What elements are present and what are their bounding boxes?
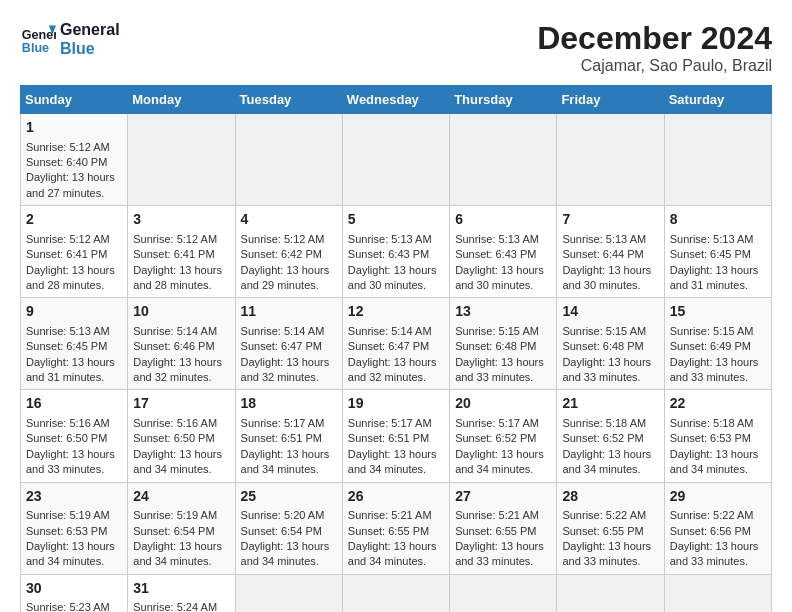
header-day: Friday [557, 86, 664, 114]
sunset-label: Sunset: 6:49 PM [670, 340, 751, 352]
calendar-cell: 13Sunrise: 5:15 AMSunset: 6:48 PMDayligh… [450, 298, 557, 390]
calendar-cell: 9Sunrise: 5:13 AMSunset: 6:45 PMDaylight… [21, 298, 128, 390]
day-number: 23 [26, 487, 122, 507]
calendar-cell: 22Sunrise: 5:18 AMSunset: 6:53 PMDayligh… [664, 390, 771, 482]
sunset-label: Sunset: 6:41 PM [133, 248, 214, 260]
daylight-minutes: and 33 minutes. [562, 371, 640, 383]
sunset-label: Sunset: 6:46 PM [133, 340, 214, 352]
sunset-label: Sunset: 6:42 PM [241, 248, 322, 260]
daylight-label: Daylight: 13 hours [670, 356, 759, 368]
daylight-label: Daylight: 13 hours [348, 264, 437, 276]
sunrise-label: Sunrise: 5:14 AM [133, 325, 217, 337]
day-number: 2 [26, 210, 122, 230]
sunset-label: Sunset: 6:40 PM [26, 156, 107, 168]
day-number: 18 [241, 394, 337, 414]
sunrise-label: Sunrise: 5:12 AM [26, 141, 110, 153]
daylight-label: Daylight: 13 hours [455, 448, 544, 460]
daylight-label: Daylight: 13 hours [455, 356, 544, 368]
calendar-cell: 5Sunrise: 5:13 AMSunset: 6:43 PMDaylight… [342, 206, 449, 298]
calendar-cell: 14Sunrise: 5:15 AMSunset: 6:48 PMDayligh… [557, 298, 664, 390]
day-number: 28 [562, 487, 658, 507]
sunrise-label: Sunrise: 5:21 AM [348, 509, 432, 521]
header-day: Saturday [664, 86, 771, 114]
main-title: December 2024 [537, 20, 772, 57]
sunrise-label: Sunrise: 5:12 AM [241, 233, 325, 245]
day-number: 27 [455, 487, 551, 507]
day-number: 19 [348, 394, 444, 414]
sunset-label: Sunset: 6:45 PM [670, 248, 751, 260]
daylight-label: Daylight: 13 hours [455, 540, 544, 552]
sunset-label: Sunset: 6:50 PM [133, 432, 214, 444]
daylight-label: Daylight: 13 hours [562, 356, 651, 368]
header-day: Thursday [450, 86, 557, 114]
daylight-label: Daylight: 13 hours [241, 356, 330, 368]
sunset-label: Sunset: 6:43 PM [455, 248, 536, 260]
daylight-label: Daylight: 13 hours [348, 448, 437, 460]
daylight-label: Daylight: 13 hours [133, 264, 222, 276]
sunrise-label: Sunrise: 5:16 AM [26, 417, 110, 429]
title-area: December 2024 Cajamar, Sao Paulo, Brazil [537, 20, 772, 75]
daylight-minutes: and 28 minutes. [26, 279, 104, 291]
calendar-cell: 8Sunrise: 5:13 AMSunset: 6:45 PMDaylight… [664, 206, 771, 298]
calendar-cell: 1Sunrise: 5:12 AMSunset: 6:40 PMDaylight… [21, 114, 128, 206]
daylight-label: Daylight: 13 hours [26, 356, 115, 368]
logo-line2: Blue [60, 39, 120, 58]
sunrise-label: Sunrise: 5:22 AM [562, 509, 646, 521]
header-day: Monday [128, 86, 235, 114]
daylight-minutes: and 34 minutes. [133, 555, 211, 567]
header-day: Tuesday [235, 86, 342, 114]
calendar-cell: 4Sunrise: 5:12 AMSunset: 6:42 PMDaylight… [235, 206, 342, 298]
day-number: 1 [26, 118, 122, 138]
calendar-cell: 29Sunrise: 5:22 AMSunset: 6:56 PMDayligh… [664, 482, 771, 574]
calendar-cell [557, 114, 664, 206]
sunset-label: Sunset: 6:47 PM [348, 340, 429, 352]
sunrise-label: Sunrise: 5:15 AM [562, 325, 646, 337]
calendar-cell: 24Sunrise: 5:19 AMSunset: 6:54 PMDayligh… [128, 482, 235, 574]
calendar-cell: 21Sunrise: 5:18 AMSunset: 6:52 PMDayligh… [557, 390, 664, 482]
daylight-minutes: and 33 minutes. [670, 555, 748, 567]
day-number: 8 [670, 210, 766, 230]
svg-text:Blue: Blue [22, 41, 49, 55]
daylight-minutes: and 33 minutes. [562, 555, 640, 567]
daylight-minutes: and 33 minutes. [455, 555, 533, 567]
daylight-minutes: and 33 minutes. [455, 371, 533, 383]
sunrise-label: Sunrise: 5:12 AM [26, 233, 110, 245]
sunset-label: Sunset: 6:48 PM [455, 340, 536, 352]
logo-line1: General [60, 20, 120, 39]
calendar-cell [235, 574, 342, 612]
day-number: 6 [455, 210, 551, 230]
logo: General Blue General Blue [20, 20, 120, 58]
sunrise-label: Sunrise: 5:19 AM [133, 509, 217, 521]
daylight-label: Daylight: 13 hours [670, 540, 759, 552]
calendar-row: 30Sunrise: 5:23 AMSunset: 6:56 PMDayligh… [21, 574, 772, 612]
daylight-label: Daylight: 13 hours [26, 540, 115, 552]
calendar-cell: 26Sunrise: 5:21 AMSunset: 6:55 PMDayligh… [342, 482, 449, 574]
daylight-minutes: and 30 minutes. [348, 279, 426, 291]
day-number: 11 [241, 302, 337, 322]
sunrise-label: Sunrise: 5:19 AM [26, 509, 110, 521]
sunrise-label: Sunrise: 5:12 AM [133, 233, 217, 245]
sunset-label: Sunset: 6:55 PM [348, 525, 429, 537]
day-number: 26 [348, 487, 444, 507]
daylight-minutes: and 34 minutes. [562, 463, 640, 475]
daylight-minutes: and 33 minutes. [670, 371, 748, 383]
day-number: 12 [348, 302, 444, 322]
daylight-label: Daylight: 13 hours [133, 448, 222, 460]
daylight-label: Daylight: 13 hours [348, 540, 437, 552]
sunrise-label: Sunrise: 5:13 AM [562, 233, 646, 245]
daylight-label: Daylight: 13 hours [241, 540, 330, 552]
daylight-minutes: and 34 minutes. [241, 555, 319, 567]
calendar-row: 1Sunrise: 5:12 AMSunset: 6:40 PMDaylight… [21, 114, 772, 206]
header-day: Sunday [21, 86, 128, 114]
sunrise-label: Sunrise: 5:13 AM [348, 233, 432, 245]
sunrise-label: Sunrise: 5:21 AM [455, 509, 539, 521]
subtitle: Cajamar, Sao Paulo, Brazil [537, 57, 772, 75]
calendar-cell: 3Sunrise: 5:12 AMSunset: 6:41 PMDaylight… [128, 206, 235, 298]
calendar-cell: 20Sunrise: 5:17 AMSunset: 6:52 PMDayligh… [450, 390, 557, 482]
day-number: 20 [455, 394, 551, 414]
sunset-label: Sunset: 6:45 PM [26, 340, 107, 352]
calendar-cell: 17Sunrise: 5:16 AMSunset: 6:50 PMDayligh… [128, 390, 235, 482]
sunset-label: Sunset: 6:41 PM [26, 248, 107, 260]
day-number: 13 [455, 302, 551, 322]
daylight-minutes: and 34 minutes. [348, 463, 426, 475]
